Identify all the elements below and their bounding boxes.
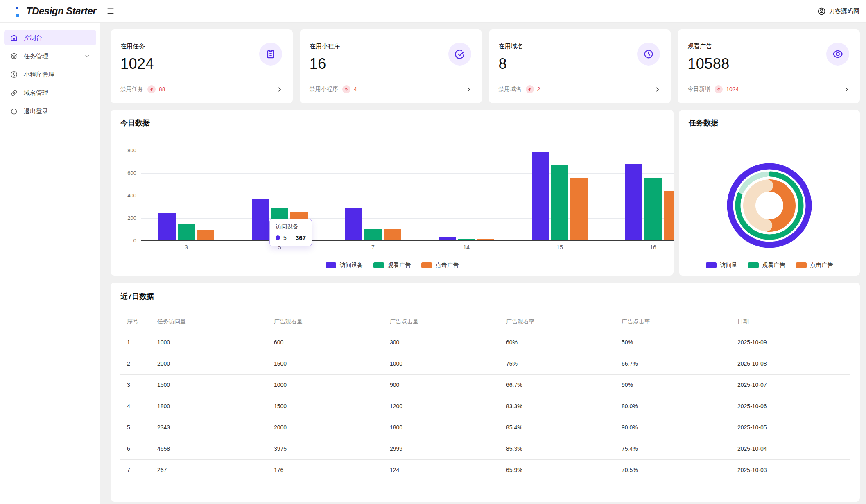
donut-chart-legend: 访问量观看广告点击广告 (679, 262, 860, 269)
chevron-right-icon[interactable] (465, 86, 472, 93)
home-icon (10, 34, 18, 42)
x-axis-tick: 7 (357, 244, 389, 251)
bar-点击广告-14[interactable] (477, 239, 494, 240)
table-cell: 6 (120, 438, 157, 459)
stat-footer-label: 禁用域名 (499, 86, 522, 93)
chevron-right-icon[interactable] (654, 86, 661, 93)
recent-data-table: 序号任务访问量广告观看量广告点击量广告观看率广告点击率日期 1100060030… (120, 312, 850, 481)
stat-footer-value: 4 (354, 86, 357, 93)
sidebar-item-miniprogram[interactable]: 小程序管理 (4, 67, 96, 82)
table-cell: 1500 (157, 374, 274, 396)
menu-toggle-icon[interactable] (105, 6, 116, 16)
stat-card-footer: 禁用域名2 (499, 85, 661, 93)
column-header: 日期 (737, 312, 850, 332)
sidebar-item-logout[interactable]: 退出登录 (4, 104, 96, 119)
stat-footer-label: 今日新增 (687, 86, 710, 93)
user-name: 刀客源码网 (829, 7, 859, 15)
table-title: 近7日数据 (120, 292, 154, 301)
table-cell: 1500 (274, 353, 390, 374)
y-axis-tick: 400 (116, 192, 136, 199)
table-cell: 1000 (390, 353, 506, 374)
stat-card-active-tasks: 在用任务1024禁用任务88 (111, 29, 293, 103)
chevron-right-icon[interactable] (843, 86, 850, 93)
sidebar-item-console[interactable]: 控制台 (4, 30, 96, 45)
table-cell: 600 (274, 332, 390, 353)
legend-label: 访问量 (720, 262, 737, 269)
table-cell: 2025-10-07 (737, 374, 850, 396)
table-cell: 1800 (157, 396, 274, 417)
stat-card-value: 10588 (687, 55, 850, 72)
legend-item-观看广告[interactable]: 观看广告 (748, 262, 785, 269)
legend-item-观看广告[interactable]: 观看广告 (373, 262, 411, 269)
table-cell: 1 (120, 332, 157, 353)
bar-访问设备-14[interactable] (439, 237, 456, 240)
bar-访问设备-16[interactable] (625, 164, 642, 240)
check-circle-icon (454, 49, 465, 60)
logo-square-small (16, 7, 18, 9)
stat-footer-value: 2 (537, 86, 540, 93)
table-cell: 1000 (157, 332, 274, 353)
bar-访问设备-7[interactable] (345, 208, 362, 240)
gridline (141, 218, 674, 219)
sidebar-item-label: 任务管理 (24, 52, 48, 60)
donut-ring-访问量[interactable] (730, 166, 809, 245)
layers-icon (10, 52, 18, 60)
legend-item-点击广告[interactable]: 点击广告 (421, 262, 459, 269)
bar-观看广告-3[interactable] (178, 224, 195, 240)
bar-group-3 (158, 151, 214, 240)
bar-访问设备-3[interactable] (158, 213, 176, 240)
bar-访问设备-15[interactable] (532, 152, 549, 240)
trend-up-badge (715, 85, 723, 93)
stat-card-value: 16 (310, 55, 472, 72)
bar-观看广告-7[interactable] (364, 229, 382, 241)
bar-观看广告-16[interactable] (644, 178, 662, 240)
column-header: 任务访问量 (157, 312, 274, 332)
tooltip-category-label: 5 (283, 235, 287, 241)
tooltip-row: 5 367 (276, 234, 306, 241)
main-content: 在用任务1024禁用任务88在用小程序16禁用小程序4在用域名8禁用域名2观看广… (100, 23, 866, 504)
legend-swatch (748, 262, 759, 268)
x-axis-tick: 15 (543, 244, 576, 251)
chevron-down-icon[interactable] (84, 53, 90, 59)
stat-card-label: 观看广告 (687, 43, 850, 50)
legend-swatch (421, 262, 432, 268)
bar-访问设备-5[interactable] (252, 199, 269, 240)
legend-item-点击广告[interactable]: 点击广告 (796, 262, 833, 269)
sidebar-item-domains[interactable]: 域名管理 (4, 85, 96, 101)
user-menu[interactable]: 刀客源码网 (817, 7, 859, 16)
arrow-up-icon (527, 87, 532, 92)
donut-chart[interactable] (726, 162, 813, 251)
table-cell: 70.5% (622, 459, 737, 481)
column-header: 广告点击率 (622, 312, 737, 332)
chevron-right-icon[interactable] (276, 86, 283, 93)
sidebar-item-tasks[interactable]: 任务管理 (4, 48, 96, 64)
legend-label: 点击广告 (436, 262, 459, 269)
bar-点击广告-7[interactable] (384, 229, 401, 240)
table-cell: 300 (390, 332, 506, 353)
bar-点击广告-15[interactable] (570, 178, 588, 240)
table-cell: 66.7% (622, 353, 737, 374)
link-icon (10, 89, 18, 97)
legend-item-访问设备[interactable]: 访问设备 (326, 262, 363, 269)
tooltip-series-name: 访问设备 (276, 223, 306, 231)
table-cell: 80.0% (622, 396, 737, 417)
legend-item-访问量[interactable]: 访问量 (706, 262, 737, 269)
bar-点击广告-16[interactable] (664, 191, 674, 240)
stat-card-ad-views: 观看广告10588今日新增1024 (678, 29, 860, 103)
table-cell: 2000 (157, 353, 274, 374)
table-cell: 2999 (390, 438, 506, 459)
gridline (141, 173, 674, 174)
bar-观看广告-15[interactable] (551, 165, 568, 240)
stat-card-icon-circle (448, 43, 471, 66)
bar-group-14 (439, 151, 494, 240)
table-cell: 900 (390, 374, 506, 396)
x-axis-tick: 16 (637, 244, 669, 251)
table-cell: 83.3% (506, 396, 622, 417)
bar-chart-plot[interactable] (141, 151, 674, 241)
table-cell: 176 (274, 459, 390, 481)
table-cell: 85.3% (506, 438, 622, 459)
stat-card-value: 1024 (120, 55, 283, 72)
bar-观看广告-14[interactable] (458, 239, 475, 240)
sidebar-item-label: 小程序管理 (24, 71, 54, 79)
bar-点击广告-3[interactable] (197, 230, 214, 240)
